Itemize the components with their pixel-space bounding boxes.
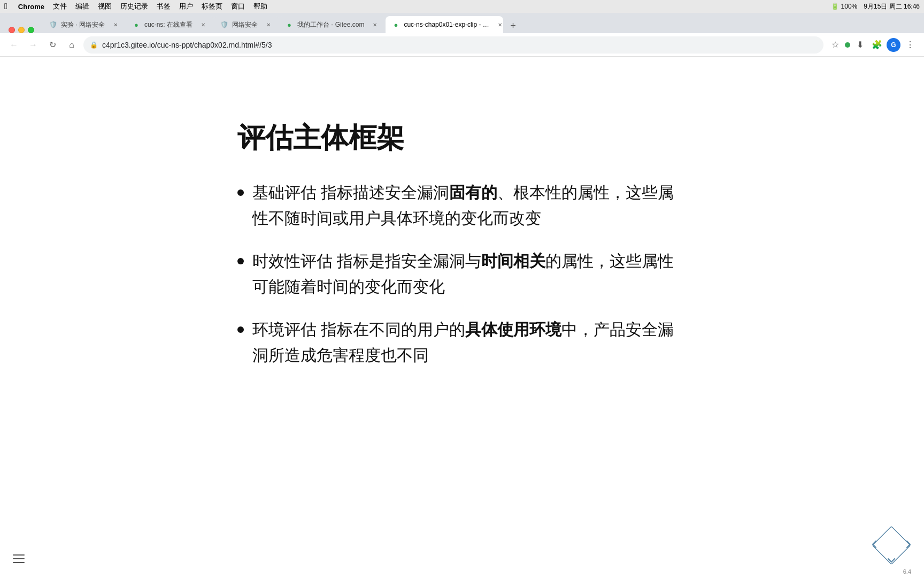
tab5-favicon: ● xyxy=(392,21,399,28)
bullet1-prefix: 基础评估 指标描述安全漏洞 xyxy=(252,184,449,201)
traffic-lights xyxy=(4,27,38,33)
download-button[interactable]: ⬇ xyxy=(852,37,867,52)
tab3-favicon: 🛡️ xyxy=(220,21,228,28)
menubar-view[interactable]: 视图 xyxy=(98,2,112,11)
bullet3-prefix: 环境评估 指标在不同的用户的 xyxy=(252,321,465,338)
hamburger-line-3 xyxy=(13,562,25,563)
bullet3-bold: 具体使用环境 xyxy=(465,321,561,338)
nav-next-button[interactable] xyxy=(903,538,914,552)
tab-gitee-workspace[interactable]: ● 我的工作台 - Gitee.com ✕ xyxy=(279,16,386,33)
menubar:  Chrome 文件 编辑 视图 历史记录 书签 用户 标签页 窗口 帮助 🔋… xyxy=(0,0,924,13)
maximize-window-button[interactable] xyxy=(28,27,34,33)
tab-active-clip[interactable]: ● cuc-ns-chap0x01-exp-clip - … ✕ xyxy=(386,16,503,33)
bullet-list: 基础评估 指标描述安全漏洞固有的、根本性的属性，这些属性不随时间或用户具体环境的… xyxy=(237,180,687,368)
list-item: 环境评估 指标在不同的用户的具体使用环境中，产品安全漏洞所造成危害程度也不同 xyxy=(237,317,687,368)
tab1-favicon: 🛡️ xyxy=(49,21,57,28)
menubar-user[interactable]: 用户 xyxy=(179,2,193,11)
menubar-edit[interactable]: 编辑 xyxy=(75,2,89,11)
tab2-close[interactable]: ✕ xyxy=(199,20,207,29)
slide-container: 评估主体框架 基础评估 指标描述安全漏洞固有的、根本性的属性，这些属性不随时间或… xyxy=(141,57,783,450)
bullet-text-1: 基础评估 指标描述安全漏洞固有的、根本性的属性，这些属性不随时间或用户具体环境的… xyxy=(252,180,687,231)
menu-button[interactable]: ⋮ xyxy=(903,37,918,52)
menubar-system-area: 🔋 100% 9月15日 周二 16:46 xyxy=(831,2,920,11)
menubar-file[interactable]: 文件 xyxy=(53,2,67,11)
tab5-label: cuc-ns-chap0x01-exp-clip - … xyxy=(404,21,489,28)
menubar-bookmarks[interactable]: 书签 xyxy=(157,2,171,11)
tab5-close[interactable]: ✕ xyxy=(496,20,504,29)
profile-button[interactable]: G xyxy=(887,38,900,52)
slide-number: 6.4 xyxy=(903,568,911,575)
lock-icon: 🔒 xyxy=(90,41,98,49)
slide-title: 评估主体框架 xyxy=(237,121,687,154)
bullet-dot-1 xyxy=(237,189,244,196)
hamburger-menu-button[interactable] xyxy=(11,550,28,567)
minimize-window-button[interactable] xyxy=(18,27,25,33)
tab4-favicon: ● xyxy=(286,21,293,28)
bullet-text-3: 环境评估 指标在不同的用户的具体使用环境中，产品安全漏洞所造成危害程度也不同 xyxy=(252,317,687,368)
close-window-button[interactable] xyxy=(9,27,15,33)
nav-arrows-area: 6.4 xyxy=(867,521,915,569)
browser-window: 🛡️ 实验 · 网络安全 ✕ ● cuc-ns: 在线查看 ✕ 🛡️ 网络安全 … xyxy=(0,13,924,578)
bullet-dot-2 xyxy=(237,258,244,264)
toolbar-right-buttons: ☆ ⬇ 🧩 G ⋮ xyxy=(828,37,918,52)
tab1-label: 实验 · 网络安全 xyxy=(61,20,105,29)
home-button[interactable]: ⌂ xyxy=(64,37,79,52)
menubar-chrome[interactable]: Chrome xyxy=(18,3,44,11)
nav-diamond-container xyxy=(867,521,915,569)
reload-button[interactable]: ↻ xyxy=(45,37,60,52)
address-bar[interactable]: 🔒 c4pr1c3.gitee.io/cuc-ns-ppt/chap0x02.m… xyxy=(83,36,823,54)
hamburger-line-1 xyxy=(13,554,25,556)
bullet-dot-3 xyxy=(237,326,244,333)
tab1-close[interactable]: ✕ xyxy=(111,20,120,29)
tab-cuc-ns[interactable]: ● cuc-ns: 在线查看 ✕ xyxy=(126,16,214,33)
traffic-lights-area xyxy=(4,27,43,33)
chevron-down-icon xyxy=(886,554,897,566)
menubar-help[interactable]: 帮助 xyxy=(253,2,267,11)
chevron-left-icon xyxy=(868,538,880,550)
bullet2-bold: 时间相关 xyxy=(481,252,545,270)
bookmark-button[interactable]: ☆ xyxy=(828,37,843,52)
back-button[interactable]: ← xyxy=(6,37,21,52)
menubar-tabs[interactable]: 标签页 xyxy=(202,2,222,11)
bullet-text-2: 时效性评估 指标是指安全漏洞与时间相关的属性，这些属性可能随着时间的变化而变化 xyxy=(252,248,687,300)
menubar-window[interactable]: 窗口 xyxy=(231,2,245,11)
bullet1-bold: 固有的 xyxy=(449,184,497,201)
green-status-dot xyxy=(845,42,850,48)
chevron-right-icon xyxy=(903,538,914,550)
toolbar: ← → ↻ ⌂ 🔒 c4pr1c3.gitee.io/cuc-ns-ppt/ch… xyxy=(0,33,924,57)
nav-prev-button[interactable] xyxy=(868,538,880,552)
nav-down-button[interactable] xyxy=(886,554,897,568)
tabbar: 🛡️ 实验 · 网络安全 ✕ ● cuc-ns: 在线查看 ✕ 🛡️ 网络安全 … xyxy=(0,13,924,33)
extensions-button[interactable]: 🧩 xyxy=(869,37,884,52)
tab3-close[interactable]: ✕ xyxy=(264,20,273,29)
url-text: c4pr1c3.gitee.io/cuc-ns-ppt/chap0x02.md.… xyxy=(102,41,817,49)
forward-button[interactable]: → xyxy=(26,37,41,52)
tab-network-security[interactable]: 🛡️ 网络安全 ✕ xyxy=(214,16,279,33)
datetime: 9月15日 周二 16:46 xyxy=(864,2,920,11)
battery-indicator: 🔋 100% xyxy=(831,3,857,10)
tab-experiment[interactable]: 🛡️ 实验 · 网络安全 ✕ xyxy=(43,16,126,33)
new-tab-button[interactable]: + xyxy=(505,18,520,33)
page-content: 评估主体框架 基础评估 指标描述安全漏洞固有的、根本性的属性，这些属性不随时间或… xyxy=(0,57,924,578)
tab3-label: 网络安全 xyxy=(232,20,258,29)
tab4-label: 我的工作台 - Gitee.com xyxy=(297,20,364,29)
tab4-close[interactable]: ✕ xyxy=(371,20,379,29)
tab2-favicon: ● xyxy=(133,21,140,28)
menubar-history[interactable]: 历史记录 xyxy=(120,2,148,11)
tab2-label: cuc-ns: 在线查看 xyxy=(144,20,192,29)
list-item: 时效性评估 指标是指安全漏洞与时间相关的属性，这些属性可能随着时间的变化而变化 xyxy=(237,248,687,300)
hamburger-line-2 xyxy=(13,558,25,559)
bullet2-prefix: 时效性评估 指标是指安全漏洞与 xyxy=(252,252,481,270)
apple-icon[interactable]:  xyxy=(4,2,7,11)
list-item: 基础评估 指标描述安全漏洞固有的、根本性的属性，这些属性不随时间或用户具体环境的… xyxy=(237,180,687,231)
